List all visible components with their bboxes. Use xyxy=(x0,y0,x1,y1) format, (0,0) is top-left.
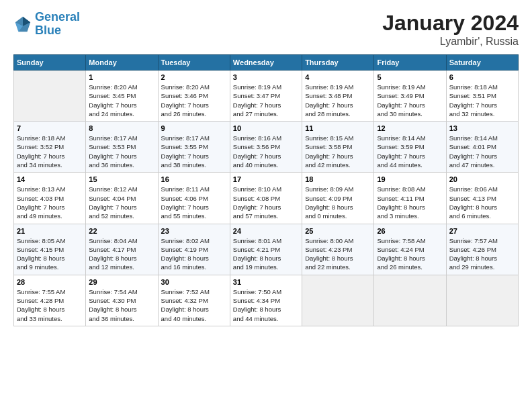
day-content: Sunrise: 8:16 AMSunset: 3:56 PMDaylight:… xyxy=(233,134,299,169)
table-cell: 29Sunrise: 7:54 AMSunset: 4:30 PMDayligh… xyxy=(86,275,158,326)
page: General Blue January 2024 Lyambir', Russ… xyxy=(0,0,532,411)
day-content: Sunrise: 7:54 AMSunset: 4:30 PMDaylight:… xyxy=(89,287,154,323)
day-content: Sunrise: 8:18 AMSunset: 3:52 PMDaylight:… xyxy=(17,134,83,169)
day-number: 14 xyxy=(17,175,83,183)
day-number: 8 xyxy=(89,124,154,132)
day-number: 27 xyxy=(449,227,515,235)
table-cell: 15Sunrise: 8:12 AMSunset: 4:04 PMDayligh… xyxy=(86,173,158,224)
day-number: 15 xyxy=(89,175,154,183)
day-content: Sunrise: 8:14 AMSunset: 3:59 PMDaylight:… xyxy=(377,134,443,169)
table-cell: 24Sunrise: 8:01 AMSunset: 4:21 PMDayligh… xyxy=(230,224,302,275)
table-cell: 7Sunrise: 8:18 AMSunset: 3:52 PMDaylight… xyxy=(14,122,86,173)
day-content: Sunrise: 8:14 AMSunset: 4:01 PMDaylight:… xyxy=(449,134,515,169)
table-cell: 2Sunrise: 8:20 AMSunset: 3:46 PMDaylight… xyxy=(158,71,230,122)
day-number: 2 xyxy=(161,73,227,81)
table-cell: 17Sunrise: 8:10 AMSunset: 4:08 PMDayligh… xyxy=(230,173,302,224)
table-cell: 11Sunrise: 8:15 AMSunset: 3:58 PMDayligh… xyxy=(302,122,374,173)
table-cell xyxy=(374,275,446,326)
col-thursday: Thursday xyxy=(302,55,374,71)
table-cell xyxy=(446,275,518,326)
table-cell: 18Sunrise: 8:09 AMSunset: 4:09 PMDayligh… xyxy=(302,173,374,224)
day-number: 1 xyxy=(89,73,154,81)
table-cell: 16Sunrise: 8:11 AMSunset: 4:06 PMDayligh… xyxy=(158,173,230,224)
table-cell: 23Sunrise: 8:02 AMSunset: 4:19 PMDayligh… xyxy=(158,224,230,275)
table-cell: 12Sunrise: 8:14 AMSunset: 3:59 PMDayligh… xyxy=(374,122,446,173)
day-content: Sunrise: 8:12 AMSunset: 4:04 PMDaylight:… xyxy=(89,185,154,220)
day-number: 18 xyxy=(305,175,371,183)
day-number: 5 xyxy=(377,73,443,81)
day-content: Sunrise: 8:06 AMSunset: 4:13 PMDaylight:… xyxy=(449,185,515,220)
day-content: Sunrise: 8:19 AMSunset: 3:49 PMDaylight:… xyxy=(377,83,443,118)
table-cell: 22Sunrise: 8:04 AMSunset: 4:17 PMDayligh… xyxy=(86,224,158,275)
table-cell xyxy=(302,275,374,326)
day-number: 21 xyxy=(17,227,83,235)
table-cell: 13Sunrise: 8:14 AMSunset: 4:01 PMDayligh… xyxy=(446,122,518,173)
day-number: 19 xyxy=(377,175,443,183)
header: General Blue January 2024 Lyambir', Russ… xyxy=(13,11,519,48)
col-wednesday: Wednesday xyxy=(230,55,302,71)
logo-icon xyxy=(13,15,32,34)
table-cell: 20Sunrise: 8:06 AMSunset: 4:13 PMDayligh… xyxy=(446,173,518,224)
day-content: Sunrise: 8:19 AMSunset: 3:48 PMDaylight:… xyxy=(305,83,371,118)
day-content: Sunrise: 8:19 AMSunset: 3:47 PMDaylight:… xyxy=(233,83,299,118)
day-content: Sunrise: 8:17 AMSunset: 3:55 PMDaylight:… xyxy=(161,134,227,169)
day-number: 20 xyxy=(449,175,515,183)
table-cell: 25Sunrise: 8:00 AMSunset: 4:23 PMDayligh… xyxy=(302,224,374,275)
day-number: 24 xyxy=(233,227,299,235)
day-number: 22 xyxy=(89,227,154,235)
day-number: 10 xyxy=(233,124,299,132)
table-cell: 4Sunrise: 8:19 AMSunset: 3:48 PMDaylight… xyxy=(302,71,374,122)
table-cell: 10Sunrise: 8:16 AMSunset: 3:56 PMDayligh… xyxy=(230,122,302,173)
day-content: Sunrise: 8:09 AMSunset: 4:09 PMDaylight:… xyxy=(305,185,371,220)
day-number: 29 xyxy=(89,278,154,286)
day-number: 28 xyxy=(17,278,83,286)
col-friday: Friday xyxy=(374,55,446,71)
col-sunday: Sunday xyxy=(14,55,86,71)
day-content: Sunrise: 8:20 AMSunset: 3:45 PMDaylight:… xyxy=(89,83,154,118)
table-row: 21Sunrise: 8:05 AMSunset: 4:15 PMDayligh… xyxy=(14,224,519,275)
table-cell: 8Sunrise: 8:17 AMSunset: 3:53 PMDaylight… xyxy=(86,122,158,173)
day-number: 3 xyxy=(233,73,299,81)
day-content: Sunrise: 8:00 AMSunset: 4:23 PMDaylight:… xyxy=(305,236,371,272)
col-tuesday: Tuesday xyxy=(158,55,230,71)
day-content: Sunrise: 7:58 AMSunset: 4:24 PMDaylight:… xyxy=(377,236,443,272)
table-cell: 9Sunrise: 8:17 AMSunset: 3:55 PMDaylight… xyxy=(158,122,230,173)
table-cell: 27Sunrise: 7:57 AMSunset: 4:26 PMDayligh… xyxy=(446,224,518,275)
table-row: 14Sunrise: 8:13 AMSunset: 4:03 PMDayligh… xyxy=(14,173,519,224)
day-number: 11 xyxy=(305,124,371,132)
day-content: Sunrise: 8:05 AMSunset: 4:15 PMDaylight:… xyxy=(17,236,83,272)
col-saturday: Saturday xyxy=(446,55,518,71)
table-cell: 3Sunrise: 8:19 AMSunset: 3:47 PMDaylight… xyxy=(230,71,302,122)
calendar-subtitle: Lyambir', Russia xyxy=(382,36,519,48)
day-content: Sunrise: 8:13 AMSunset: 4:03 PMDaylight:… xyxy=(17,185,83,220)
col-monday: Monday xyxy=(86,55,158,71)
day-number: 17 xyxy=(233,175,299,183)
calendar-title: January 2024 xyxy=(382,11,519,36)
day-number: 30 xyxy=(161,278,227,286)
day-content: Sunrise: 7:50 AMSunset: 4:34 PMDaylight:… xyxy=(233,287,299,323)
day-content: Sunrise: 7:57 AMSunset: 4:26 PMDaylight:… xyxy=(449,236,515,272)
table-cell xyxy=(14,71,86,122)
day-number: 23 xyxy=(161,227,227,235)
day-number: 9 xyxy=(161,124,227,132)
header-row: Sunday Monday Tuesday Wednesday Thursday… xyxy=(14,55,519,71)
title-block: January 2024 Lyambir', Russia xyxy=(382,11,519,48)
table-row: 28Sunrise: 7:55 AMSunset: 4:28 PMDayligh… xyxy=(14,275,519,326)
day-number: 31 xyxy=(233,278,299,286)
day-content: Sunrise: 8:10 AMSunset: 4:08 PMDaylight:… xyxy=(233,185,299,220)
day-number: 26 xyxy=(377,227,443,235)
table-cell: 21Sunrise: 8:05 AMSunset: 4:15 PMDayligh… xyxy=(14,224,86,275)
day-content: Sunrise: 8:08 AMSunset: 4:11 PMDaylight:… xyxy=(377,185,443,220)
logo-text: General Blue xyxy=(35,11,80,38)
day-number: 6 xyxy=(449,73,515,81)
day-number: 4 xyxy=(305,73,371,81)
table-cell: 31Sunrise: 7:50 AMSunset: 4:34 PMDayligh… xyxy=(230,275,302,326)
logo: General Blue xyxy=(13,11,80,38)
day-content: Sunrise: 8:15 AMSunset: 3:58 PMDaylight:… xyxy=(305,134,371,169)
table-cell: 30Sunrise: 7:52 AMSunset: 4:32 PMDayligh… xyxy=(158,275,230,326)
table-cell: 19Sunrise: 8:08 AMSunset: 4:11 PMDayligh… xyxy=(374,173,446,224)
day-content: Sunrise: 7:52 AMSunset: 4:32 PMDaylight:… xyxy=(161,287,227,323)
day-number: 7 xyxy=(17,124,83,132)
table-cell: 14Sunrise: 8:13 AMSunset: 4:03 PMDayligh… xyxy=(14,173,86,224)
day-number: 25 xyxy=(305,227,371,235)
